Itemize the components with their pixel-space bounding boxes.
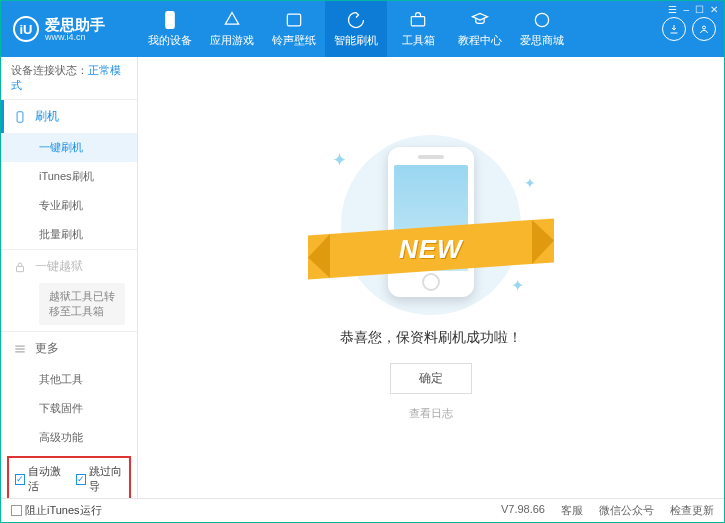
download-button[interactable] bbox=[662, 17, 686, 41]
nav-label: 智能刷机 bbox=[334, 33, 378, 48]
ok-button[interactable]: 确定 bbox=[390, 363, 472, 394]
nav-ringtones[interactable]: 铃声壁纸 bbox=[263, 1, 325, 57]
checkbox-icon bbox=[11, 505, 22, 516]
check-icon: ✓ bbox=[76, 474, 86, 485]
nav-label: 爱思商城 bbox=[520, 33, 564, 48]
customer-service-link[interactable]: 客服 bbox=[561, 503, 583, 518]
store-icon bbox=[532, 10, 552, 30]
sidebar-flash[interactable]: 刷机 bbox=[1, 100, 137, 133]
brand-url: www.i4.cn bbox=[45, 32, 105, 42]
flash-icon bbox=[346, 10, 366, 30]
lock-icon bbox=[13, 260, 27, 274]
version-label: V7.98.66 bbox=[501, 503, 545, 518]
menu-icon bbox=[13, 342, 27, 356]
sidebar-download-firmware[interactable]: 下载固件 bbox=[1, 394, 137, 423]
success-illustration: ✦ ✦ ✦ NEW bbox=[326, 135, 536, 315]
nav-store[interactable]: 爱思商城 bbox=[511, 1, 573, 57]
nav-label: 工具箱 bbox=[402, 33, 435, 48]
sidebar-batch-flash[interactable]: 批量刷机 bbox=[1, 220, 137, 249]
checkbox-label: 阻止iTunes运行 bbox=[25, 503, 102, 518]
toolbox-icon bbox=[408, 10, 428, 30]
svg-rect-6 bbox=[17, 266, 24, 271]
checkbox-block-itunes[interactable]: 阻止iTunes运行 bbox=[11, 503, 102, 518]
user-icon bbox=[698, 23, 710, 35]
sidebar-advanced[interactable]: 高级功能 bbox=[1, 423, 137, 452]
nav-label: 铃声壁纸 bbox=[272, 33, 316, 48]
success-message: 恭喜您，保资料刷机成功啦！ bbox=[340, 329, 522, 347]
nav-toolbox[interactable]: 工具箱 bbox=[387, 1, 449, 57]
sidebar-more[interactable]: 更多 bbox=[1, 332, 137, 365]
sparkle-icon: ✦ bbox=[524, 175, 536, 191]
user-button[interactable] bbox=[692, 17, 716, 41]
status-label: 设备连接状态： bbox=[11, 64, 88, 76]
options-highlight-box: ✓ 自动激活 ✓ 跳过向导 bbox=[7, 456, 131, 498]
phone-icon bbox=[13, 110, 27, 124]
checkbox-label: 自动激活 bbox=[28, 464, 62, 494]
jailbreak-note: 越狱工具已转移至工具箱 bbox=[39, 283, 125, 325]
logo-area: iU 爱思助手 www.i4.cn bbox=[13, 16, 139, 42]
nav-label: 我的设备 bbox=[148, 33, 192, 48]
checkbox-skip-guide[interactable]: ✓ 跳过向导 bbox=[76, 464, 123, 494]
sidebar-itunes-flash[interactable]: iTunes刷机 bbox=[1, 162, 137, 191]
connection-status: 设备连接状态：正常模式 bbox=[1, 57, 137, 99]
sidebar-other-tools[interactable]: 其他工具 bbox=[1, 365, 137, 394]
phone-graphic bbox=[388, 147, 474, 297]
tutorial-icon bbox=[470, 10, 490, 30]
main-content: ✦ ✦ ✦ NEW 恭喜您，保资料刷机成功啦！ 确定 查看日志 bbox=[138, 57, 724, 498]
minimize-icon[interactable]: – bbox=[683, 4, 689, 15]
nav-apps[interactable]: 应用游戏 bbox=[201, 1, 263, 57]
sidebar-item-label: 一键越狱 bbox=[35, 258, 83, 275]
nav-my-device[interactable]: 我的设备 bbox=[139, 1, 201, 57]
wechat-link[interactable]: 微信公众号 bbox=[599, 503, 654, 518]
nav-flash[interactable]: 智能刷机 bbox=[325, 1, 387, 57]
svg-rect-2 bbox=[411, 17, 424, 26]
check-update-link[interactable]: 检查更新 bbox=[670, 503, 714, 518]
close-icon[interactable]: ✕ bbox=[710, 4, 718, 15]
brand-title: 爱思助手 bbox=[45, 17, 105, 32]
footer: 阻止iTunes运行 V7.98.66 客服 微信公众号 检查更新 bbox=[1, 498, 724, 522]
svg-rect-1 bbox=[287, 14, 300, 26]
nav-label: 教程中心 bbox=[458, 33, 502, 48]
checkbox-label: 跳过向导 bbox=[89, 464, 123, 494]
ribbon-text: NEW bbox=[399, 233, 463, 264]
sparkle-icon: ✦ bbox=[332, 149, 347, 171]
download-icon bbox=[668, 23, 680, 35]
wallpaper-icon bbox=[284, 10, 304, 30]
sidebar: 设备连接状态：正常模式 刷机 一键刷机 iTunes刷机 专业刷机 批量刷机 一… bbox=[1, 57, 138, 498]
logo-icon: iU bbox=[13, 16, 39, 42]
svg-point-3 bbox=[535, 13, 548, 26]
sparkle-icon: ✦ bbox=[511, 276, 524, 295]
header-right bbox=[662, 17, 716, 41]
settings-icon[interactable]: ☰ bbox=[668, 4, 677, 15]
sidebar-item-label: 刷机 bbox=[35, 108, 59, 125]
apps-icon bbox=[222, 10, 242, 30]
maximize-icon[interactable]: ☐ bbox=[695, 4, 704, 15]
sidebar-pro-flash[interactable]: 专业刷机 bbox=[1, 191, 137, 220]
phone-icon bbox=[160, 10, 180, 30]
nav-label: 应用游戏 bbox=[210, 33, 254, 48]
view-log-link[interactable]: 查看日志 bbox=[409, 406, 453, 421]
sidebar-jailbreak[interactable]: 一键越狱 bbox=[1, 250, 137, 283]
header: iU 爱思助手 www.i4.cn 我的设备 应用游戏 铃声壁纸 智能刷机 工具… bbox=[1, 1, 724, 57]
svg-point-4 bbox=[703, 26, 706, 29]
svg-rect-0 bbox=[166, 12, 174, 29]
nav-tutorials[interactable]: 教程中心 bbox=[449, 1, 511, 57]
window-controls: ☰ – ☐ ✕ bbox=[668, 4, 718, 15]
svg-rect-5 bbox=[17, 111, 23, 122]
checkbox-auto-activate[interactable]: ✓ 自动激活 bbox=[15, 464, 62, 494]
sidebar-item-label: 更多 bbox=[35, 340, 59, 357]
nav: 我的设备 应用游戏 铃声壁纸 智能刷机 工具箱 教程中心 爱思商城 bbox=[139, 1, 573, 57]
sidebar-oneclick-flash[interactable]: 一键刷机 bbox=[1, 133, 137, 162]
check-icon: ✓ bbox=[15, 474, 25, 485]
